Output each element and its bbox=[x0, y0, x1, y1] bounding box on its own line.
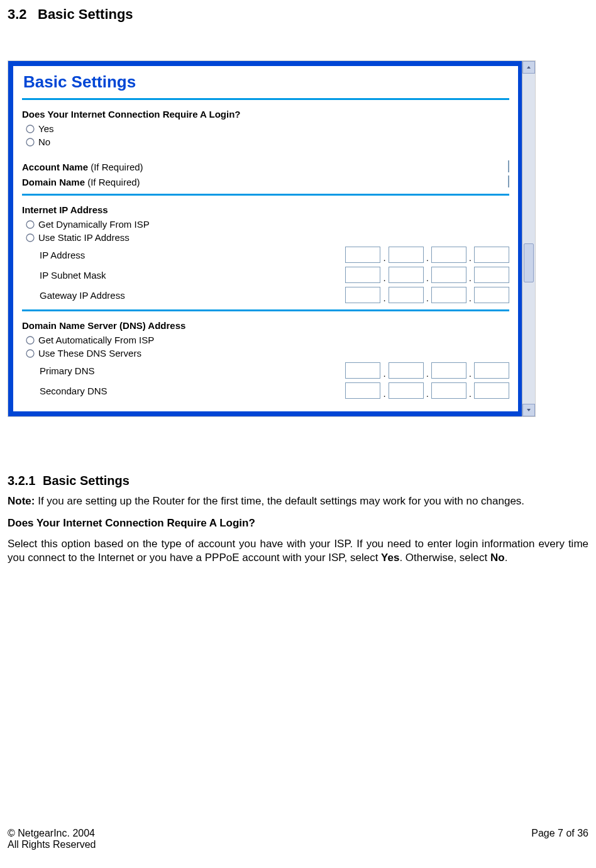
note-text: If you are setting up the Router for the… bbox=[35, 495, 524, 507]
radio-no[interactable]: No bbox=[26, 136, 509, 147]
subsection-number: 3.2.1 bbox=[8, 474, 43, 488]
ip-octet-input[interactable] bbox=[389, 382, 424, 399]
ip-octet-input[interactable] bbox=[474, 382, 509, 399]
ip-octet-input[interactable] bbox=[431, 267, 466, 283]
divider bbox=[22, 194, 509, 196]
dot-icon: . bbox=[468, 272, 472, 283]
page-footer: © NetgearInc. 2004 All Rights Reserved P… bbox=[8, 828, 588, 850]
account-name-row: Account Name (If Required) bbox=[22, 161, 509, 172]
dot-icon: . bbox=[382, 272, 386, 283]
gateway-label: Gateway IP Address bbox=[40, 290, 125, 301]
vertical-scrollbar[interactable] bbox=[522, 61, 535, 416]
radio-yes[interactable]: Yes bbox=[26, 123, 509, 134]
login-para-mid: . Otherwise, select bbox=[399, 552, 490, 564]
divider bbox=[22, 98, 509, 100]
radio-dns-auto-label: Get Automatically From ISP bbox=[38, 335, 154, 345]
domain-name-input[interactable] bbox=[508, 175, 509, 187]
dot-icon: . bbox=[426, 388, 429, 399]
ip-octet-input[interactable] bbox=[474, 287, 509, 303]
gateway-row: Gateway IP Address . . . bbox=[40, 287, 509, 303]
radio-ip-dynamic[interactable]: Get Dynamically From ISP bbox=[26, 219, 509, 230]
login-para-yes: Yes bbox=[381, 552, 399, 564]
ip-section-label: Internet IP Address bbox=[22, 204, 509, 215]
subnet-mask-row: IP Subnet Mask . . . bbox=[40, 267, 509, 283]
radio-no-label: No bbox=[38, 136, 50, 147]
scroll-up-button[interactable] bbox=[522, 61, 535, 74]
radio-ip-dynamic-label: Get Dynamically From ISP bbox=[38, 219, 150, 230]
dot-icon: . bbox=[426, 252, 429, 263]
panel-title: Basic Settings bbox=[23, 72, 509, 92]
radio-ip-static-label: Use Static IP Address bbox=[38, 232, 130, 243]
ip-octet-input[interactable] bbox=[431, 247, 466, 263]
svg-point-1 bbox=[26, 138, 34, 146]
domain-name-row: Domain Name (If Required) bbox=[22, 176, 509, 187]
radio-yes-label: Yes bbox=[38, 123, 53, 134]
primary-dns-label: Primary DNS bbox=[40, 365, 95, 376]
ip-address-row: IP Address . . . bbox=[40, 247, 509, 263]
ip-octet-input[interactable] bbox=[389, 287, 424, 303]
subnet-mask-label: IP Subnet Mask bbox=[40, 270, 106, 281]
section-title: Basic Settings bbox=[38, 6, 133, 22]
account-name-label: Account Name bbox=[22, 162, 88, 172]
ip-address-label: IP Address bbox=[40, 250, 85, 260]
dot-icon: . bbox=[382, 292, 386, 303]
account-name-hint: (If Required) bbox=[88, 162, 143, 172]
login-para-end: . bbox=[505, 552, 508, 564]
domain-name-hint: (If Required) bbox=[85, 177, 140, 187]
account-name-input[interactable] bbox=[508, 160, 509, 172]
dns-section-label: Domain Name Server (DNS) Address bbox=[22, 320, 509, 331]
dot-icon: . bbox=[468, 252, 472, 263]
note-paragraph: Note: If you are setting up the Router f… bbox=[8, 494, 588, 508]
dot-icon: . bbox=[382, 388, 386, 399]
dot-icon: . bbox=[382, 368, 386, 379]
svg-point-4 bbox=[26, 337, 34, 344]
domain-name-label: Domain Name bbox=[22, 177, 85, 187]
svg-point-3 bbox=[26, 234, 34, 242]
login-para-no: No bbox=[490, 552, 505, 564]
ip-octet-input[interactable] bbox=[345, 267, 380, 283]
dot-icon: . bbox=[426, 292, 429, 303]
section-heading-3-2-1: 3.2.1Basic Settings bbox=[8, 474, 588, 488]
dot-icon: . bbox=[468, 368, 472, 379]
dot-icon: . bbox=[382, 252, 386, 263]
section-heading-3-2: 3.2Basic Settings bbox=[8, 6, 588, 23]
radio-dns-auto[interactable]: Get Automatically From ISP bbox=[26, 335, 509, 345]
ip-octet-input[interactable] bbox=[389, 267, 424, 283]
footer-copyright: © NetgearInc. 2004 bbox=[8, 828, 588, 839]
ip-octet-input[interactable] bbox=[389, 247, 424, 263]
scroll-down-button[interactable] bbox=[522, 404, 535, 416]
dot-icon: . bbox=[468, 388, 472, 399]
dot-icon: . bbox=[426, 368, 429, 379]
dot-icon: . bbox=[468, 292, 472, 303]
radio-dns-use-label: Use These DNS Servers bbox=[38, 348, 141, 359]
radio-icon bbox=[26, 349, 35, 358]
ip-octet-input[interactable] bbox=[431, 287, 466, 303]
radio-dns-use[interactable]: Use These DNS Servers bbox=[26, 348, 509, 359]
svg-point-2 bbox=[26, 221, 34, 228]
chevron-down-icon bbox=[526, 408, 531, 413]
subsection-title: Basic Settings bbox=[43, 474, 130, 487]
ip-octet-input[interactable] bbox=[345, 247, 380, 263]
ip-octet-input[interactable] bbox=[345, 362, 380, 379]
ip-octet-input[interactable] bbox=[474, 247, 509, 263]
svg-point-5 bbox=[26, 350, 34, 357]
ip-octet-input[interactable] bbox=[474, 267, 509, 283]
router-ui-screenshot: Basic Settings Does Your Internet Connec… bbox=[8, 60, 536, 417]
scrollbar-thumb[interactable] bbox=[524, 243, 534, 282]
chevron-up-icon bbox=[526, 65, 531, 70]
ip-octet-input[interactable] bbox=[345, 382, 380, 399]
ip-octet-input[interactable] bbox=[389, 362, 424, 379]
secondary-dns-label: Secondary DNS bbox=[40, 386, 108, 396]
svg-point-0 bbox=[26, 125, 34, 133]
radio-ip-static[interactable]: Use Static IP Address bbox=[26, 232, 509, 243]
ip-octet-input[interactable] bbox=[345, 287, 380, 303]
ip-octet-input[interactable] bbox=[474, 362, 509, 379]
ip-octet-input[interactable] bbox=[431, 362, 466, 379]
secondary-dns-row: Secondary DNS . . . bbox=[40, 382, 509, 399]
radio-icon bbox=[26, 336, 35, 345]
ip-octet-input[interactable] bbox=[431, 382, 466, 399]
note-label: Note: bbox=[8, 495, 35, 507]
divider bbox=[22, 309, 509, 311]
section-number: 3.2 bbox=[8, 6, 38, 23]
login-paragraph: Select this option based on the type of … bbox=[8, 537, 588, 565]
